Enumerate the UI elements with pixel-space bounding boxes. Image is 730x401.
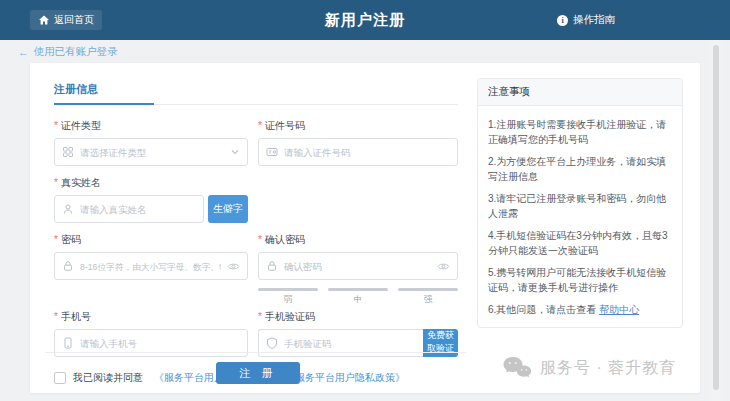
sms-code-label: *手机验证码: [258, 310, 458, 324]
strength-medium: 中: [328, 288, 388, 306]
existing-account-login-label: 使用已有账户登录: [34, 45, 118, 59]
person-icon: [62, 203, 74, 215]
help-center-link[interactable]: 帮助中心: [599, 304, 639, 315]
note-item: 5.携号转网用户可能无法接收手机短信验证码，请更换手机号进行操作: [488, 265, 672, 295]
id-number-label: *证件号码: [258, 119, 458, 133]
required-mark: *: [258, 311, 262, 322]
real-name-label: *真实姓名: [54, 176, 248, 190]
required-mark: *: [54, 234, 58, 245]
password-strength-meter: 弱 中 强: [258, 288, 458, 306]
info-icon: i: [557, 15, 568, 26]
id-number-field: *证件号码: [258, 119, 458, 166]
strength-bar: [258, 288, 318, 291]
lock-icon: [266, 260, 278, 272]
eye-icon[interactable]: [437, 262, 450, 271]
back-arrow-icon: ←: [18, 46, 29, 58]
wechat-icon: [502, 356, 532, 380]
real-name-field: *真实姓名 生僻字: [54, 176, 248, 223]
confirm-password-label: *确认密码: [258, 233, 458, 247]
register-button[interactable]: 注 册: [216, 362, 300, 384]
id-card-icon: [266, 146, 278, 158]
form-row-id: *证件类型 *证件号码: [54, 119, 458, 166]
id-type-field: *证件类型: [54, 119, 248, 166]
id-type-select[interactable]: [54, 138, 248, 166]
section-title: 注册信息: [54, 82, 154, 105]
form-row-password: *密码 *确认密码: [54, 233, 458, 280]
required-mark: *: [54, 177, 58, 188]
password-box: [54, 252, 248, 280]
agreement-text: 我已阅读并同意: [73, 371, 143, 385]
note-item: 4.手机短信验证码在3分钟内有效，且每3分钟只能发送一次验证码: [488, 228, 672, 258]
registration-card: 注册信息 *证件类型 *证件号码: [30, 63, 700, 393]
confirm-password-input[interactable]: [284, 261, 431, 272]
scrollbar-thumb[interactable]: [713, 45, 719, 390]
required-mark: *: [54, 311, 58, 322]
confirm-password-field: *确认密码: [258, 233, 458, 280]
id-number-input[interactable]: [284, 147, 450, 158]
grid-icon: [62, 146, 74, 158]
required-mark: *: [258, 120, 262, 131]
lock-icon: [62, 260, 74, 272]
shield-icon: [266, 337, 278, 349]
phone-icon: [62, 337, 74, 349]
sms-code-input[interactable]: [284, 338, 416, 349]
operation-guide-button[interactable]: i 操作指南: [557, 0, 615, 40]
password-label: *密码: [54, 233, 248, 247]
top-header: 返回首页 新用户注册 i 操作指南: [0, 0, 730, 40]
strength-bar: [328, 288, 388, 291]
id-type-input[interactable]: [80, 147, 224, 158]
rare-character-button[interactable]: 生僻字: [208, 195, 248, 223]
chevron-down-icon: [230, 147, 240, 157]
required-mark: *: [54, 120, 58, 131]
phone-label: *手机号: [54, 310, 248, 324]
agreement-checkbox[interactable]: [54, 372, 66, 384]
watermark-text: 服务号 · 蓉升教育: [540, 358, 676, 379]
strength-bar: [398, 288, 458, 291]
id-number-box: [258, 138, 458, 166]
phone-field: *手机号: [54, 310, 248, 357]
confirm-password-box: [258, 252, 458, 280]
strength-strong: 强: [398, 288, 458, 306]
registration-form: *证件类型 *证件号码 *真实姓名: [54, 109, 458, 385]
note-item: 1.注册账号时需要接收手机注册验证，请正确填写您的手机号码: [488, 117, 672, 147]
real-name-input[interactable]: [80, 204, 196, 215]
real-name-box: [54, 195, 204, 223]
existing-account-login-link[interactable]: ← 使用已有账户登录: [18, 45, 118, 59]
notes-panel: 注意事项 1.注册账号时需要接收手机注册验证，请正确填写您的手机号码 2.为方便…: [477, 78, 683, 328]
note-item: 3.请牢记已注册登录账号和密码，勿向他人泄露: [488, 191, 672, 221]
form-row-name: *真实姓名 生僻字: [54, 176, 458, 223]
form-divider: [45, 352, 466, 353]
privacy-policy-link[interactable]: 《服务平台用户隐私政策》: [285, 371, 405, 385]
phone-input[interactable]: [80, 338, 240, 349]
id-type-label: *证件类型: [54, 119, 248, 133]
page-title: 新用户注册: [0, 0, 730, 40]
note-item: 2.为方便您在平台上办理业务，请如实填写注册信息: [488, 154, 672, 184]
strength-weak: 弱: [258, 288, 318, 306]
eye-icon[interactable]: [227, 262, 240, 271]
section-header: 注册信息: [54, 79, 458, 105]
watermark: 服务号 · 蓉升教育: [502, 356, 676, 380]
operation-guide-label: 操作指南: [573, 13, 615, 27]
notes-title: 注意事项: [478, 79, 682, 106]
password-field: *密码: [54, 233, 248, 280]
required-mark: *: [258, 234, 262, 245]
form-row-phone: *手机号 *手机验证码 免费获取验证码: [54, 310, 458, 357]
notes-body: 1.注册账号时需要接收手机注册验证，请正确填写您的手机号码 2.为方便您在平台上…: [478, 106, 682, 327]
sms-code-field: *手机验证码 免费获取验证码: [258, 310, 458, 357]
note-item: 6.其他问题，请点击查看 帮助中心: [488, 302, 672, 317]
password-input[interactable]: [80, 261, 221, 272]
